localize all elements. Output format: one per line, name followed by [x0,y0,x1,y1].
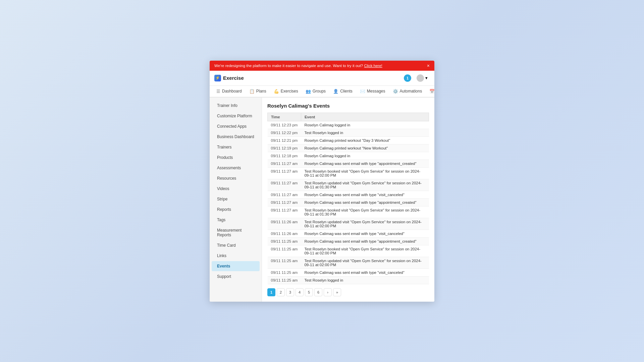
table-row: 09/11 12:23 pm Roselyn Calimag logged in [268,121,429,129]
nav-item-messages[interactable]: ✉️Messages [357,86,389,98]
cell-time: 09/11 11:25 am [268,237,301,245]
page-btn-1[interactable]: 1 [267,288,275,296]
cell-event: Roselyn Calimag was sent email with type… [301,191,429,198]
nav-item-plans[interactable]: 📋Plans [246,86,270,98]
table-row: 09/11 11:25 am Roselyn Calimag was sent … [268,268,429,276]
main-content: Roselyn Calimag's Events Time Event 09/1… [262,98,434,302]
sidebar-item-trainers[interactable]: Trainers [212,142,260,152]
nav-item-dashboard[interactable]: ☰Dashboard [213,86,245,98]
sidebar-item-customize-platform[interactable]: Customize Platform [212,111,260,121]
sidebar-item-business-dashboard[interactable]: Business Dashboard [212,132,260,142]
sidebar-item-events[interactable]: Events [212,261,260,271]
pagination-last[interactable]: » [333,288,341,296]
nav-label-messages: Messages [367,89,385,94]
sidebar-item-measurement-reports[interactable]: Measurement Reports [212,225,260,240]
nav-item-exercises[interactable]: 💪Exercises [270,86,302,98]
sidebar-item-stripe[interactable]: Stripe [212,194,260,204]
banner-message: We're redesigning the platform to make i… [214,64,363,68]
cell-time: 09/11 12:23 pm [268,121,301,129]
schedule-icon: 📅 [429,89,434,94]
page-btn-4[interactable]: 4 [296,288,304,296]
cell-time: 09/11 12:21 pm [268,136,301,144]
table-row: 09/11 11:25 am Test Roselyn logged in [268,276,429,284]
sidebar-item-time-card[interactable]: Time Card [212,240,260,250]
cell-event: Test Roselyn updated visit "Open Gym Ser… [301,179,429,191]
user-menu-button[interactable]: ▾ [415,73,430,83]
cell-event: Test Roselyn booked visit "Open Gym Serv… [301,245,429,257]
nav-item-groups[interactable]: 👥Groups [302,86,329,98]
cell-time: 09/11 11:27 am [268,206,301,218]
cell-time: 09/11 11:27 am [268,167,301,179]
table-row: 09/11 12:19 pm Roselyn Calimag printed w… [268,144,429,152]
banner-close-button[interactable]: × [427,63,430,68]
page-btn-6[interactable]: 6 [314,288,322,296]
col-event: Event [301,113,429,121]
table-row: 09/11 12:18 pm Roselyn Calimag logged in [268,152,429,160]
sidebar-item-links[interactable]: Links [212,251,260,261]
cell-time: 09/11 12:22 pm [268,129,301,136]
nav-item-clients[interactable]: 👤Clients [330,86,356,98]
nav-label-groups: Groups [313,89,326,94]
cell-time: 09/11 11:27 am [268,179,301,191]
cell-event: Roselyn Calimag printed workout "Day 3 W… [301,136,429,144]
nav-label-exercises: Exercises [281,89,298,94]
cell-time: 09/11 12:18 pm [268,152,301,160]
table-row: 09/11 11:27 am Roselyn Calimag was sent … [268,198,429,206]
nav-item-automations[interactable]: ⚙️Automations [389,86,426,98]
nav-item-schedule[interactable]: 📅Schedule [426,86,434,98]
banner-link[interactable]: Click here! [364,64,382,68]
sidebar-item-support[interactable]: Support [212,272,260,282]
page-btn-5[interactable]: 5 [305,288,313,296]
cell-event: Roselyn Calimag was sent email with type… [301,198,429,206]
sidebar-item-tags[interactable]: Tags [212,215,260,225]
table-row: 09/11 11:27 am Test Roselyn updated visi… [268,179,429,191]
cell-time: 09/11 11:27 am [268,160,301,167]
dashboard-icon: ☰ [216,89,220,94]
sidebar-item-assessments[interactable]: Assessments [212,163,260,173]
sidebar-item-connected-apps[interactable]: Connected Apps [212,121,260,131]
announcement-banner: We're redesigning the platform to make i… [210,61,434,71]
sidebar: Trainer InfoCustomize PlatformConnected … [210,98,262,302]
table-row: 09/11 11:27 am Roselyn Calimag was sent … [268,191,429,198]
cell-event: Test Roselyn booked visit "Open Gym Serv… [301,167,429,179]
sidebar-item-reports[interactable]: Reports [212,204,260,215]
pagination: 123456›» [267,288,429,296]
table-row: 09/11 11:25 am Roselyn Calimag was sent … [268,237,429,245]
sidebar-item-resources[interactable]: Resources [212,173,260,183]
cell-time: 09/11 11:25 am [268,276,301,284]
cell-event: Roselyn Calimag was sent email with type… [301,230,429,237]
page-btn-2[interactable]: 2 [277,288,285,296]
table-header-row: Time Event [268,113,429,121]
cell-event: Roselyn Calimag was sent email with type… [301,160,429,167]
app-window: We're redesigning the platform to make i… [210,61,434,302]
cell-event: Test Roselyn updated visit "Open Gym Ser… [301,218,429,230]
user-dropdown-icon: ▾ [425,75,428,80]
notification-badge[interactable]: 1 [404,74,411,82]
table-row: 09/11 11:27 am Test Roselyn booked visit… [268,206,429,218]
sidebar-item-trainer-info[interactable]: Trainer Info [212,101,260,111]
cell-time: 09/11 11:25 am [268,268,301,276]
table-row: 09/11 12:22 pm Test Roselyn logged in [268,129,429,136]
events-table: Time Event 09/11 12:23 pm Roselyn Calima… [267,113,429,284]
cell-time: 09/11 11:25 am [268,257,301,268]
brand-icon [214,75,221,81]
sidebar-item-videos[interactable]: Videos [212,184,260,194]
cell-event: Test Roselyn updated visit "Open Gym Ser… [301,257,429,268]
cell-event: Test Roselyn logged in [301,276,429,284]
table-row: 09/11 11:27 am Test Roselyn booked visit… [268,167,429,179]
cell-time: 09/11 11:26 am [268,218,301,230]
user-avatar [417,74,424,82]
automations-icon: ⚙️ [393,89,398,94]
table-row: 09/11 11:25 am Test Roselyn updated visi… [268,257,429,268]
cell-event: Test Roselyn booked visit "Open Gym Serv… [301,206,429,218]
nav-label-clients: Clients [340,89,353,94]
sidebar-item-products[interactable]: Products [212,153,260,163]
brand-name: Exercise [223,75,244,81]
page-btn-3[interactable]: 3 [286,288,294,296]
cell-time: 09/11 12:19 pm [268,144,301,152]
topbar-right: 1 ▾ [404,73,430,83]
content-area: Trainer InfoCustomize PlatformConnected … [210,98,434,302]
pagination-next[interactable]: › [324,288,332,296]
cell-event: Roselyn Calimag logged in [301,121,429,129]
table-row: 09/11 11:27 am Roselyn Calimag was sent … [268,160,429,167]
